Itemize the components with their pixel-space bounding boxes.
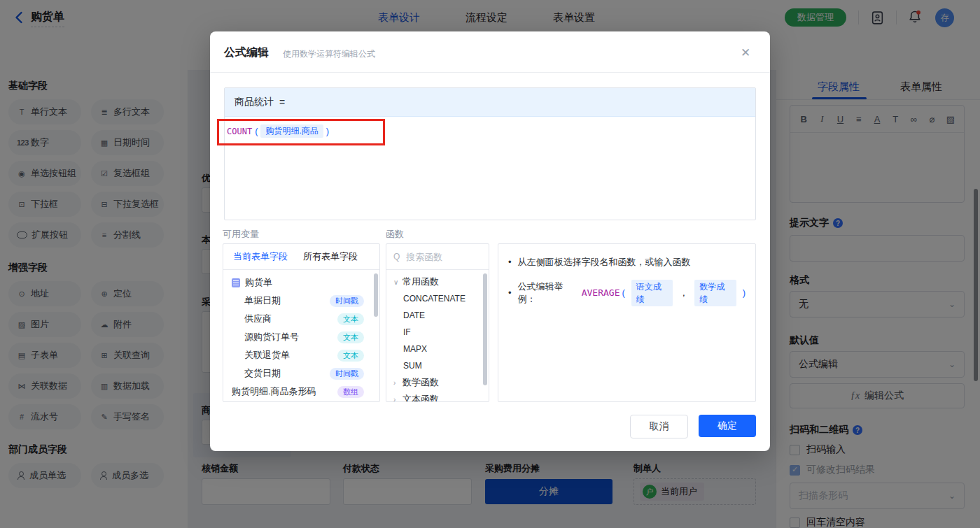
var-name: 购货明细.商品条形码 xyxy=(232,385,316,398)
functions-panel: Q ∨ 常用函数 CONCATENATE DATE IF MAPX SUM › … xyxy=(386,243,489,402)
type-badge: 时间戳 xyxy=(330,295,364,307)
formula-target-bar: 商品统计 = xyxy=(225,88,755,117)
hint-line-2: • 公式编辑举例： AVERAGE ( 语文成绩 ， 数学成绩 ) xyxy=(508,280,746,306)
hint-line-1: • 从左侧面板选择字段名和函数，或输入函数 xyxy=(508,256,746,269)
bullet: • xyxy=(508,256,512,269)
var-row-order-date[interactable]: 单据日期 时间戳 xyxy=(223,292,379,310)
var-row-delivery-date[interactable]: 交货日期 时间戳 xyxy=(223,364,379,383)
divider xyxy=(210,72,770,73)
var-name: 供应商 xyxy=(244,313,272,325)
example-field-token: 语文成绩 xyxy=(631,280,673,306)
chevron-right-icon: › xyxy=(393,379,399,387)
chevron-right-icon: › xyxy=(393,396,399,403)
close-paren: ) xyxy=(743,287,746,299)
var-row-supplier[interactable]: 供应商 文本 xyxy=(223,310,379,328)
variables-panel: 当前表单字段 所有表单字段 购货单 单据日期 时间戳 供应商 文本 源购货订单号… xyxy=(223,243,380,402)
formula-edit-modal: 公式编辑 使用数学运算符编辑公式 ✕ 商品统计 = COUNT ( 购货明细.商… xyxy=(210,31,770,451)
group-label: 文本函数 xyxy=(402,393,439,402)
chevron-down-icon: ∨ xyxy=(393,278,399,286)
equals-sign: = xyxy=(279,97,285,108)
form-doc-icon xyxy=(232,278,240,287)
group-label: 数学函数 xyxy=(402,376,439,389)
functions-scrollbar[interactable] xyxy=(483,273,487,385)
group-common-functions[interactable]: ∨ 常用函数 xyxy=(386,273,489,290)
var-row-source-order[interactable]: 源购货订单号 文本 xyxy=(223,328,379,346)
function-if[interactable]: IF xyxy=(386,324,489,341)
function-concatenate[interactable]: CONCATENATE xyxy=(386,290,489,307)
var-name: 源购货订单号 xyxy=(244,331,299,343)
modal-title: 公式编辑 xyxy=(224,45,269,60)
function-sum[interactable]: SUM xyxy=(386,357,489,374)
search-icon: Q xyxy=(393,252,400,262)
var-name: 单据日期 xyxy=(244,294,281,307)
type-badge: 文本 xyxy=(337,331,364,343)
function-search-input[interactable] xyxy=(405,251,477,263)
confirm-button[interactable]: 确定 xyxy=(699,415,756,437)
modal-subtitle: 使用数学运算符编辑公式 xyxy=(283,48,375,60)
form-tree-root[interactable]: 购货单 xyxy=(223,270,379,292)
type-badge: 时间戳 xyxy=(330,368,364,380)
comma: ， xyxy=(679,287,688,299)
bullet: • xyxy=(508,287,512,299)
form-root-label: 购货单 xyxy=(245,276,272,289)
cancel-button[interactable]: 取消 xyxy=(630,415,688,438)
formula-target-name: 商品统计 xyxy=(234,96,274,108)
var-name: 关联退货单 xyxy=(244,349,290,362)
hints-panel: • 从左侧面板选择字段名和函数，或输入函数 • 公式编辑举例： AVERAGE … xyxy=(498,243,756,402)
var-row-barcode[interactable]: 购货明细.商品条形码 数组 xyxy=(223,383,379,401)
available-vars-label: 可用变量 xyxy=(223,228,259,241)
var-row-return-order[interactable]: 关联退货单 文本 xyxy=(223,346,379,364)
close-icon[interactable]: ✕ xyxy=(741,45,750,60)
red-annotation-box xyxy=(217,119,385,145)
example-function-name: AVERAGE xyxy=(582,287,620,299)
group-label: 常用函数 xyxy=(402,276,439,288)
group-math-functions[interactable]: › 数学函数 xyxy=(386,374,489,391)
tab-all-form-fields[interactable]: 所有表单字段 xyxy=(303,250,358,263)
function-mapx[interactable]: MAPX xyxy=(386,341,489,357)
vars-scrollbar[interactable] xyxy=(374,273,378,317)
type-badge: 文本 xyxy=(337,313,364,325)
formula-editor-box[interactable]: 商品统计 = xyxy=(224,87,756,220)
hint-prefix: 公式编辑举例： xyxy=(518,280,578,306)
tab-current-form-fields[interactable]: 当前表单字段 xyxy=(233,250,288,263)
example-field-token: 数学成绩 xyxy=(694,280,736,306)
variables-tabs: 当前表单字段 所有表单字段 xyxy=(223,244,379,270)
type-badge: 数组 xyxy=(337,386,364,398)
hint-text: 从左侧面板选择字段名和函数，或输入函数 xyxy=(518,256,691,269)
open-paren: ( xyxy=(622,287,624,299)
group-text-functions[interactable]: › 文本函数 xyxy=(386,391,489,402)
function-date[interactable]: DATE xyxy=(386,307,489,324)
functions-label: 函数 xyxy=(386,228,404,241)
function-search[interactable]: Q xyxy=(386,244,489,270)
type-badge: 文本 xyxy=(337,350,364,362)
var-name: 交货日期 xyxy=(244,367,281,380)
